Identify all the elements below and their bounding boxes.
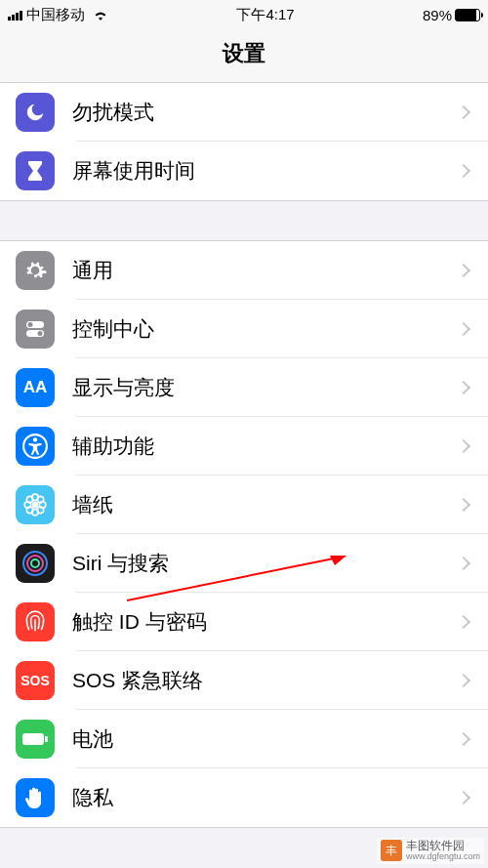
status-left: 中国移动 [8, 6, 108, 24]
wifi-icon [93, 9, 108, 21]
row-privacy[interactable]: 隐私 [0, 768, 488, 828]
watermark-text: 丰图软件园 www.dgfengtu.com [406, 840, 480, 862]
sos-icon: SOS [16, 661, 55, 700]
row-control-center[interactable]: 控制中心 [0, 300, 488, 358]
chevron-right-icon [457, 498, 470, 512]
chevron-right-icon [457, 557, 470, 570]
toggles-icon [16, 310, 55, 349]
chevron-right-icon [457, 439, 470, 453]
moon-icon [16, 93, 55, 132]
svg-point-6 [32, 502, 39, 509]
settings-group-2: 通用 控制中心 AA 显示与亮度 辅助功能 墙纸 Siri 与搜索 [0, 240, 488, 828]
row-display[interactable]: AA 显示与亮度 [0, 358, 488, 417]
row-label: 勿扰模式 [72, 99, 459, 126]
svg-point-17 [31, 559, 39, 567]
flower-icon [16, 485, 55, 524]
row-label: 屏幕使用时间 [72, 157, 459, 185]
row-label: SOS 紧急联络 [72, 667, 459, 694]
chevron-right-icon [457, 105, 470, 119]
row-label: 触控 ID 与密码 [72, 608, 459, 636]
hand-icon [16, 778, 55, 817]
battery-icon [16, 720, 55, 759]
fingerprint-icon [16, 602, 55, 641]
svg-point-5 [33, 437, 37, 441]
row-label: 电池 [72, 725, 459, 753]
chevron-right-icon [457, 615, 470, 629]
chevron-right-icon [457, 264, 470, 277]
settings-group-1: 勿扰模式 屏幕使用时间 [0, 83, 488, 201]
chevron-right-icon [457, 791, 470, 805]
chevron-right-icon [457, 732, 470, 746]
gear-icon [16, 251, 55, 290]
row-battery[interactable]: 电池 [0, 710, 488, 768]
watermark-logo: 丰 [381, 840, 402, 861]
svg-point-3 [38, 331, 43, 336]
text-size-icon: AA [16, 368, 55, 407]
row-accessibility[interactable]: 辅助功能 [0, 417, 488, 475]
status-bar: 中国移动 下午4:17 89% [0, 0, 488, 29]
carrier-label: 中国移动 [26, 6, 85, 24]
status-right: 89% [423, 7, 480, 23]
accessibility-icon [16, 427, 55, 466]
svg-rect-19 [45, 736, 48, 742]
status-time: 下午4:17 [108, 6, 423, 24]
row-touchid[interactable]: 触控 ID 与密码 [0, 593, 488, 651]
row-siri[interactable]: Siri 与搜索 [0, 534, 488, 593]
row-label: 辅助功能 [72, 433, 459, 460]
row-screentime[interactable]: 屏幕使用时间 [0, 142, 488, 201]
signal-icon [8, 9, 22, 21]
page-title: 设置 [0, 29, 488, 83]
battery-percent: 89% [423, 7, 452, 23]
row-wallpaper[interactable]: 墙纸 [0, 475, 488, 534]
battery-icon [455, 9, 480, 21]
row-label: 显示与亮度 [72, 374, 459, 401]
row-label: 通用 [72, 257, 459, 284]
chevron-right-icon [457, 381, 470, 394]
svg-point-1 [28, 322, 33, 327]
row-label: 墙纸 [72, 491, 459, 518]
row-label: Siri 与搜索 [72, 550, 459, 577]
row-label: 控制中心 [72, 315, 459, 343]
row-label: 隐私 [72, 784, 459, 811]
svg-point-16 [27, 556, 43, 571]
hourglass-icon [16, 151, 55, 190]
siri-icon [16, 544, 55, 583]
chevron-right-icon [457, 322, 470, 336]
row-dnd[interactable]: 勿扰模式 [0, 83, 488, 142]
row-general[interactable]: 通用 [0, 241, 488, 300]
watermark: 丰 丰图软件园 www.dgfengtu.com [377, 838, 484, 864]
svg-rect-18 [22, 733, 44, 745]
row-sos[interactable]: SOS SOS 紧急联络 [0, 651, 488, 710]
chevron-right-icon [457, 164, 470, 178]
chevron-right-icon [457, 674, 470, 687]
